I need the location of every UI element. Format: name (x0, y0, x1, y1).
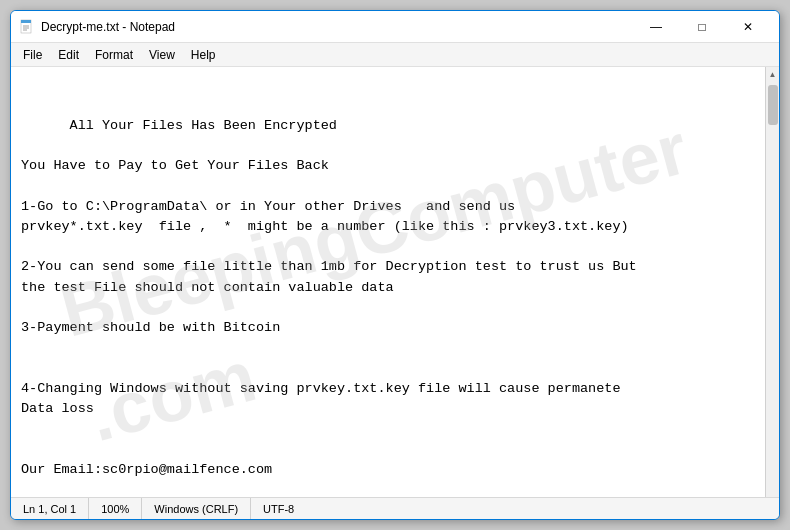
menu-file[interactable]: File (15, 46, 50, 64)
scroll-thumb[interactable] (768, 85, 778, 125)
notepad-window: Decrypt-me.txt - Notepad — □ ✕ File Edit… (10, 10, 780, 520)
menu-edit[interactable]: Edit (50, 46, 87, 64)
status-position: Ln 1, Col 1 (19, 498, 89, 519)
menu-help[interactable]: Help (183, 46, 224, 64)
app-icon (19, 19, 35, 35)
close-button[interactable]: ✕ (725, 11, 771, 43)
menu-view[interactable]: View (141, 46, 183, 64)
maximize-button[interactable]: □ (679, 11, 725, 43)
status-bar: Ln 1, Col 1 100% Windows (CRLF) UTF-8 (11, 497, 779, 519)
editor-text: All Your Files Has Been Encrypted You Ha… (21, 118, 637, 498)
editor-area: BleepingComputer.com All Your Files Has … (11, 67, 779, 497)
window-title: Decrypt-me.txt - Notepad (41, 20, 633, 34)
svg-rect-1 (21, 20, 31, 23)
status-zoom: 100% (89, 498, 142, 519)
vertical-scrollbar[interactable]: ▲ (765, 67, 779, 497)
menu-format[interactable]: Format (87, 46, 141, 64)
title-bar: Decrypt-me.txt - Notepad — □ ✕ (11, 11, 779, 43)
status-line-ending: Windows (CRLF) (142, 498, 251, 519)
scroll-up-arrow[interactable]: ▲ (766, 67, 780, 81)
status-encoding: UTF-8 (251, 498, 306, 519)
minimize-button[interactable]: — (633, 11, 679, 43)
window-controls: — □ ✕ (633, 11, 771, 43)
text-editor[interactable]: BleepingComputer.com All Your Files Has … (11, 67, 765, 497)
menu-bar: File Edit Format View Help (11, 43, 779, 67)
